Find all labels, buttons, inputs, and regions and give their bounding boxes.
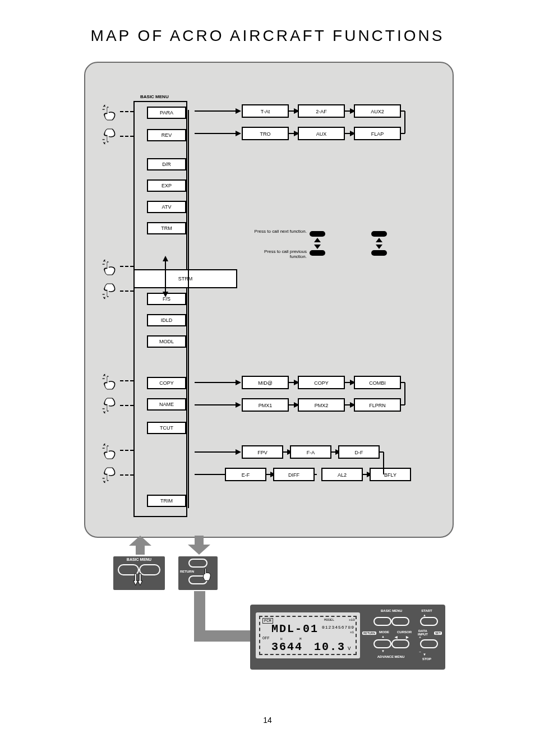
svg-rect-98 [421, 640, 437, 648]
legend-top: Press to call next function. [253, 229, 307, 234]
transmitter-panel: PCM OFF MDL-01 MODEL 0123456789 x10 x1 H… [250, 605, 445, 670]
lcd-v: V [348, 646, 350, 652]
page-title: MAP OF ACRO AIRCRAFT FUNCTIONS [0, 27, 535, 45]
two-finger-press-icon [128, 571, 147, 589]
svg-marker-1 [236, 108, 241, 114]
hand-marker [101, 258, 120, 276]
svg-text:TRO: TRO [260, 131, 271, 137]
col1-wide: STRM [133, 269, 237, 288]
lbl-advance: ADVANCE MENU [372, 655, 409, 658]
svg-text:2-AF: 2-AF [316, 109, 327, 114]
svg-text:AUX2: AUX2 [371, 109, 384, 114]
svg-rect-94 [392, 617, 409, 625]
spine-arrows [157, 251, 174, 302]
svg-text:MID@: MID@ [258, 380, 273, 386]
svg-text:FPV: FPV [257, 450, 268, 455]
svg-text:AL2: AL2 [338, 472, 347, 478]
lcd-model: MODEL [324, 618, 334, 622]
dash-leader [120, 266, 133, 267]
basic-menu-keypad-title: BASIC MENU [113, 557, 165, 561]
svg-text:COPY: COPY [314, 380, 329, 386]
flow-block: T-At2-AFAUX2TROAUXFLAP [85, 101, 453, 163]
svg-marker-55 [236, 449, 241, 455]
button-cluster: BASIC MENU START ▲ RETURN MODE CURSOR DA… [365, 609, 443, 665]
col1-title: BASIC MENU [140, 94, 169, 99]
lcd-line2a: 3644 [271, 640, 303, 653]
svg-marker-40 [236, 402, 241, 408]
lcd-line2b: 10.3 [314, 640, 345, 653]
press-down-icon [101, 283, 120, 301]
lcd-x1: x1 [350, 630, 354, 634]
page-root: MAP OF ACRO AIRCRAFT FUNCTIONS BASIC MEN… [0, 0, 535, 756]
svg-text:PMX2: PMX2 [315, 403, 329, 408]
dash-leader [120, 291, 133, 292]
flow-block: MID@COPYCOMBIPMX1PMX2FLPRN [85, 372, 453, 434]
diagram-panel: BASIC MENU PARAREVD/REXPATVTRMF/SIDLDMOD… [84, 62, 454, 538]
svg-text:BFLY: BFLY [384, 472, 396, 478]
lcd-line1: MDL-01 [271, 623, 319, 635]
svg-rect-95 [421, 617, 437, 625]
col1-item: EXP [147, 179, 186, 192]
svg-text:PMX1: PMX1 [259, 403, 273, 408]
lcd-off: OFF [262, 636, 270, 640]
flow-block-c: FPV F-A D-F E-F DIFF AL2 BFLY [85, 442, 453, 509]
return-keypad: RETURN [178, 556, 218, 590]
svg-text:E-F: E-F [242, 472, 250, 478]
lcd-digits: 0123456789 [322, 625, 354, 630]
single-press-icon [199, 565, 218, 583]
col1-item: TRM [147, 222, 186, 234]
col1-item: MODL [147, 335, 186, 348]
col1-item: ATV [147, 201, 186, 213]
col1-item: IDLD [147, 314, 186, 326]
lbl-mode: MODE [379, 630, 389, 634]
svg-marker-13 [236, 131, 241, 136]
svg-text:D-F: D-F [355, 450, 363, 455]
svg-text:FLAP: FLAP [371, 131, 384, 137]
svg-text:FLPRN: FLPRN [369, 403, 386, 408]
svg-rect-97 [392, 640, 409, 648]
lcd-x10: x10 [349, 618, 355, 622]
lbl-start: START [418, 609, 435, 612]
lbl-return: RETURN [362, 631, 376, 635]
svg-rect-93 [374, 617, 391, 625]
svg-text:COMBI: COMBI [369, 380, 386, 386]
svg-text:T-At: T-At [261, 109, 270, 114]
svg-text:F-A: F-A [307, 450, 315, 455]
svg-rect-96 [374, 640, 391, 648]
lbl-set: SET [434, 631, 442, 635]
page-number: 14 [0, 716, 535, 725]
svg-marker-85 [163, 292, 168, 297]
arrow-down-from-return [188, 536, 210, 555]
press-up-icon [101, 258, 120, 276]
svg-marker-87 [188, 536, 210, 555]
svg-marker-86 [129, 536, 151, 555]
basic-menu-keypad: BASIC MENU [113, 556, 165, 590]
arrow-up-to-basic [129, 536, 151, 555]
lbl-stop: STOP [418, 657, 435, 661]
svg-text:DIFF: DIFF [288, 472, 299, 478]
lbl-cursor: CURSOR [397, 630, 412, 634]
lcd-screen: PCM OFF MDL-01 MODEL 0123456789 x10 x1 H… [256, 612, 360, 658]
hand-marker [101, 283, 120, 301]
svg-marker-83 [163, 256, 168, 261]
return-keypad-title: RETURN [180, 570, 194, 573]
lbl-basic: BASIC MENU [375, 609, 408, 612]
svg-marker-28 [236, 380, 241, 385]
svg-text:AUX: AUX [316, 131, 327, 137]
legend-bot: Press to call previous function. [253, 249, 307, 259]
